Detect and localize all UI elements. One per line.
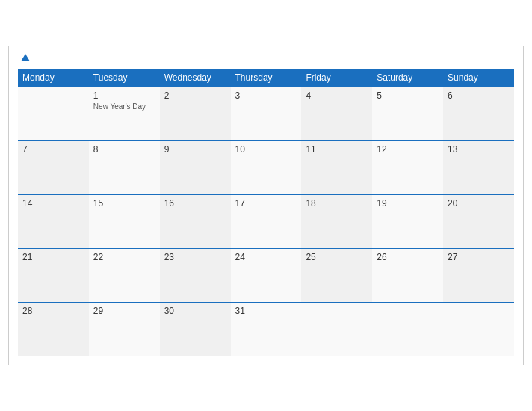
calendar-cell: 3 — [231, 87, 302, 140]
day-number: 29 — [93, 306, 155, 316]
day-number: 24 — [235, 252, 297, 262]
calendar-cell: 24 — [231, 248, 302, 302]
day-number: 20 — [448, 198, 510, 208]
calendar-cell: 30 — [160, 302, 231, 356]
day-number: 4 — [306, 90, 368, 101]
weekday-header-row: MondayTuesdayWednesdayThursdayFridaySatu… — [18, 69, 514, 87]
calendar-cell: 15 — [89, 194, 160, 248]
day-number: 11 — [306, 144, 368, 155]
calendar-cell: 18 — [301, 194, 372, 248]
logo-triangle-icon — [21, 54, 30, 61]
weekday-header-saturday: Saturday — [372, 69, 443, 87]
calendar-cell: 21 — [18, 248, 89, 302]
calendar-cell: 9 — [160, 140, 231, 194]
day-number: 18 — [306, 198, 368, 208]
calendar-cell: 12 — [372, 140, 443, 194]
calendar-cell: 6 — [443, 87, 514, 140]
weekday-header-monday: Monday — [18, 69, 89, 87]
calendar-cell: 2 — [160, 87, 231, 140]
day-number: 21 — [22, 252, 84, 262]
calendar-grid: MondayTuesdayWednesdayThursdayFridaySatu… — [18, 69, 514, 356]
weekday-header-friday: Friday — [301, 69, 372, 87]
week-row-2: 14151617181920 — [18, 194, 514, 248]
day-number: 26 — [377, 252, 439, 262]
calendar-cell: 31 — [231, 302, 302, 356]
weekday-header-sunday: Sunday — [443, 69, 514, 87]
day-number: 16 — [164, 198, 226, 208]
day-number: 31 — [235, 306, 297, 316]
calendar-cell — [443, 302, 514, 356]
calendar-cell: 17 — [231, 194, 302, 248]
calendar-cell — [301, 302, 372, 356]
calendar-cell: 16 — [160, 194, 231, 248]
weekday-header-thursday: Thursday — [231, 69, 302, 87]
day-number: 13 — [448, 144, 510, 155]
calendar-cell: 19 — [372, 194, 443, 248]
calendar-body: 1New Year's Day2345678910111213141516171… — [18, 87, 514, 356]
calendar-cell: 13 — [443, 140, 514, 194]
day-number: 22 — [93, 252, 155, 262]
day-number: 9 — [164, 144, 226, 155]
calendar-container: MondayTuesdayWednesdayThursdayFridaySatu… — [8, 46, 524, 366]
week-row-0: 1New Year's Day23456 — [18, 87, 514, 140]
day-number: 10 — [235, 144, 297, 155]
calendar-thead: MondayTuesdayWednesdayThursdayFridaySatu… — [18, 69, 514, 87]
day-number: 17 — [235, 198, 297, 208]
calendar-cell: 26 — [372, 248, 443, 302]
day-number: 23 — [164, 252, 226, 262]
day-number: 7 — [22, 144, 84, 155]
calendar-cell: 27 — [443, 248, 514, 302]
calendar-cell: 20 — [443, 194, 514, 248]
calendar-cell — [372, 302, 443, 356]
day-number: 27 — [448, 252, 510, 262]
day-number: 30 — [164, 306, 226, 316]
day-number: 6 — [448, 90, 510, 101]
calendar-cell: 29 — [89, 302, 160, 356]
day-number: 14 — [22, 198, 84, 208]
calendar-cell: 8 — [89, 140, 160, 194]
day-number: 19 — [377, 198, 439, 208]
calendar-cell: 11 — [301, 140, 372, 194]
logo-area — [18, 54, 30, 61]
week-row-1: 78910111213 — [18, 140, 514, 194]
calendar-cell: 25 — [301, 248, 372, 302]
day-number: 25 — [306, 252, 368, 262]
calendar-cell: 4 — [301, 87, 372, 140]
weekday-header-tuesday: Tuesday — [89, 69, 160, 87]
day-number: 15 — [93, 198, 155, 208]
day-number: 1 — [93, 90, 155, 101]
week-row-4: 28293031 — [18, 302, 514, 356]
day-number: 28 — [22, 306, 84, 316]
calendar-cell: 14 — [18, 194, 89, 248]
calendar-cell: 5 — [372, 87, 443, 140]
day-number: 12 — [377, 144, 439, 155]
calendar-cell: 1New Year's Day — [89, 87, 160, 140]
calendar-cell: 10 — [231, 140, 302, 194]
day-number: 5 — [377, 90, 439, 101]
weekday-header-wednesday: Wednesday — [160, 69, 231, 87]
calendar-cell: 22 — [89, 248, 160, 302]
day-number: 3 — [235, 90, 297, 101]
day-number: 8 — [93, 144, 155, 155]
holiday-label: New Year's Day — [93, 102, 155, 111]
day-number: 2 — [164, 90, 226, 101]
calendar-header — [18, 54, 514, 61]
logo-blue — [18, 54, 30, 61]
calendar-cell: 7 — [18, 140, 89, 194]
calendar-cell — [18, 87, 89, 140]
calendar-cell: 23 — [160, 248, 231, 302]
week-row-3: 21222324252627 — [18, 248, 514, 302]
calendar-cell: 28 — [18, 302, 89, 356]
